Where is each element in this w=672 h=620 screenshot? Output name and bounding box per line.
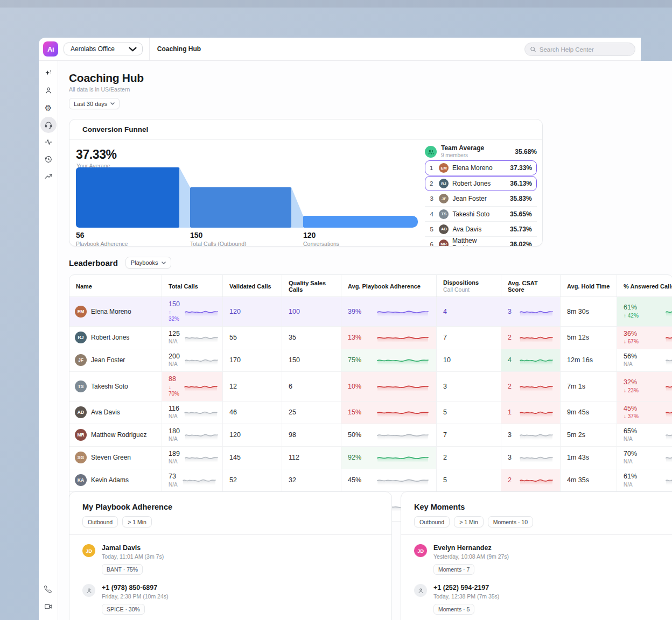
answered-calls-delta: N/A: [624, 482, 637, 489]
total-calls-cell: 180 N/A: [162, 424, 223, 446]
total-calls-sparkline: [184, 452, 219, 463]
team-average-value: 35.68%: [515, 148, 537, 156]
filter-chip[interactable]: > 1 Min: [122, 516, 152, 527]
app-logo[interactable]: Ai: [43, 41, 58, 57]
ranking-row[interactable]: 6 MR Matthew Rodriguez 36.02%: [425, 236, 537, 246]
person-icon: [414, 584, 427, 597]
funnel-segment-total-calls[interactable]: [76, 167, 179, 228]
playbook-adherence-sparkline: [376, 429, 430, 441]
quality-sales-calls-cell: 35: [282, 327, 341, 349]
total-calls-stack: 116 N/A: [169, 405, 179, 420]
call-entry[interactable]: +1 (252) 594-2197 Today, 12:38 PM (7m 35…: [414, 584, 672, 615]
answered-calls-delta: ↑ 42%: [624, 313, 639, 320]
date-range-filter[interactable]: Last 30 days: [69, 98, 120, 109]
leaderboard-row[interactable]: KA Kevin Adams 73 N/A: [69, 469, 672, 492]
sidebar-item-video[interactable]: [40, 598, 57, 615]
total-calls-value: 88: [169, 375, 179, 384]
column-header-dispositions[interactable]: Dispositions Call Count: [437, 275, 501, 297]
answered-calls-sparkline: [665, 306, 672, 318]
name-cell: EM Elena Moreno: [69, 297, 162, 326]
leaderboard-row[interactable]: SG Steven Green 189 N/A: [69, 447, 672, 469]
filter-chip[interactable]: Outbound: [82, 516, 118, 527]
column-header-name[interactable]: Name: [69, 275, 162, 297]
filter-chip[interactable]: > 1 Min: [454, 516, 484, 527]
filter-chip[interactable]: Outbound: [414, 516, 450, 527]
trending-up-icon: [44, 172, 53, 181]
csat-sparkline: [519, 381, 554, 392]
answered-calls-sparkline: [665, 474, 672, 486]
column-header-avg-hold-time[interactable]: Avg. Hold Time: [561, 275, 617, 297]
filter-chip[interactable]: Moments · 10: [488, 516, 533, 527]
team-ranking-panel: Team Average 9 members 35.68% 1 EM Elena…: [425, 143, 537, 246]
answered-calls-sparkline: [665, 406, 672, 418]
sidebar-item-history[interactable]: [40, 151, 57, 167]
sidebar-item-settings[interactable]: ⚙: [40, 100, 57, 116]
ranking-row[interactable]: 2 RJ Robert Jones 36.13%: [425, 176, 537, 191]
total-calls-stack: 200 N/A: [169, 353, 180, 368]
entry-badge: BANT · 75%: [102, 564, 143, 575]
help-search[interactable]: [524, 43, 635, 56]
sidebar-item-ai-sparkle[interactable]: [40, 65, 57, 81]
sidebar-item-trends[interactable]: [40, 168, 57, 185]
call-entry[interactable]: +1 (978) 850-6897 Friday, 2:38 PM (10m 2…: [82, 584, 379, 615]
dispositions-title: Dispositions: [443, 279, 494, 286]
workspace-name: Aerolabs Office: [71, 45, 115, 53]
agent-name: Kevin Adams: [91, 476, 129, 484]
column-header-avg-playbook-adherence[interactable]: Avg. Playbook Adherence: [341, 275, 437, 297]
column-header-pct-answered-calls[interactable]: % Answered Calls: [617, 275, 672, 297]
ranking-name: Takeshi Soto: [452, 210, 489, 218]
ranking-name: Ava Davis: [452, 226, 481, 233]
sidebar-item-coaching-hub[interactable]: [40, 117, 57, 133]
quality-sales-calls-cell: 6: [282, 372, 341, 401]
chevron-down-icon: [110, 102, 115, 105]
leaderboard-row[interactable]: MR Matthew Rodriguez 180 N/A: [69, 424, 672, 447]
breadcrumb: Coaching Hub: [157, 45, 201, 53]
hold-time-cell: 12m 16s: [561, 349, 617, 371]
key-moments-title: Key Moments: [414, 503, 672, 511]
column-header-avg-csat-score[interactable]: Avg. CSAT Score: [501, 275, 561, 297]
search-input[interactable]: [540, 46, 630, 53]
leaderboard-row[interactable]: AD Ava Davis 116 N/A 4: [69, 401, 672, 424]
call-entry[interactable]: JD Evelyn Hernandez Yesterday, 10:08 AM …: [414, 544, 672, 575]
leaderboard-row[interactable]: RJ Robert Jones 125 N/A: [69, 327, 672, 349]
dispositions-cell: 4: [437, 297, 501, 326]
ranking-name: Elena Moreno: [452, 164, 493, 172]
hold-time-cell: 8m 30s: [561, 297, 617, 326]
workspace-selector[interactable]: Aerolabs Office: [64, 43, 143, 55]
playbooks-filter[interactable]: Playbooks: [125, 257, 171, 269]
moments-entries: JD Evelyn Hernandez Yesterday, 10:08 AM …: [414, 544, 672, 620]
answered-calls-value: 65%: [624, 427, 637, 436]
answered-calls-stack: 32% ↓ 23%: [624, 378, 639, 394]
funnel-card-header: Conversion Funnel: [69, 119, 542, 140]
leaderboard-row[interactable]: EM Elena Moreno 150 ↑ 32%: [69, 297, 672, 327]
validated-calls-cell: 52: [223, 469, 282, 491]
leaderboard-row[interactable]: TS Takeshi Soto 88 ↓ 70%: [69, 372, 672, 401]
answered-calls-stack: 70% N/A: [624, 450, 637, 466]
ranking-row[interactable]: 4 TS Takeshi Soto 35.65%: [425, 206, 537, 221]
column-header-total-calls[interactable]: Total Calls: [162, 275, 223, 297]
total-calls-cell: 125 N/A: [162, 327, 223, 349]
column-header-quality-sales-calls[interactable]: Quality Sales Calls: [282, 275, 341, 297]
playbook-adherence-cell: 45%: [341, 469, 437, 491]
ranking-row[interactable]: 5 AD Ava Davis 35.73%: [425, 221, 537, 236]
playbook-adherence-value: 39%: [348, 308, 361, 315]
dispositions-cell: 2: [437, 447, 501, 469]
chevron-down-icon: [129, 47, 137, 52]
sidebar-item-profile[interactable]: [40, 82, 57, 98]
call-entry[interactable]: JD Jamal Davis Today, 11:01 AM (3m 7s) B…: [82, 544, 379, 575]
entry-body: +1 (978) 850-6897 Friday, 2:38 PM (10m 2…: [102, 584, 169, 615]
column-header-validated-calls[interactable]: Validated Calls: [223, 275, 282, 297]
sidebar-item-phone[interactable]: [40, 581, 57, 597]
csat-cell: 1: [501, 401, 561, 424]
total-calls-cell: 88 ↓ 70%: [162, 372, 223, 401]
dispositions-value: 3: [443, 383, 447, 390]
sidebar-item-activity[interactable]: [40, 134, 57, 150]
quality-sales-calls-cell: 150: [282, 349, 341, 371]
funnel-segment-conversations[interactable]: [190, 187, 291, 228]
answered-calls-sparkline: [665, 354, 672, 366]
ranking-row[interactable]: 1 EM Elena Moreno 37.33%: [425, 160, 537, 175]
leaderboard-row[interactable]: JF Jean Foster 200 N/A: [69, 349, 672, 372]
ranking-row[interactable]: 3 JF Jean Foster 35.83%: [425, 191, 537, 206]
phone-icon: [44, 586, 52, 594]
funnel-segment-playbook-adherence[interactable]: [303, 216, 418, 228]
